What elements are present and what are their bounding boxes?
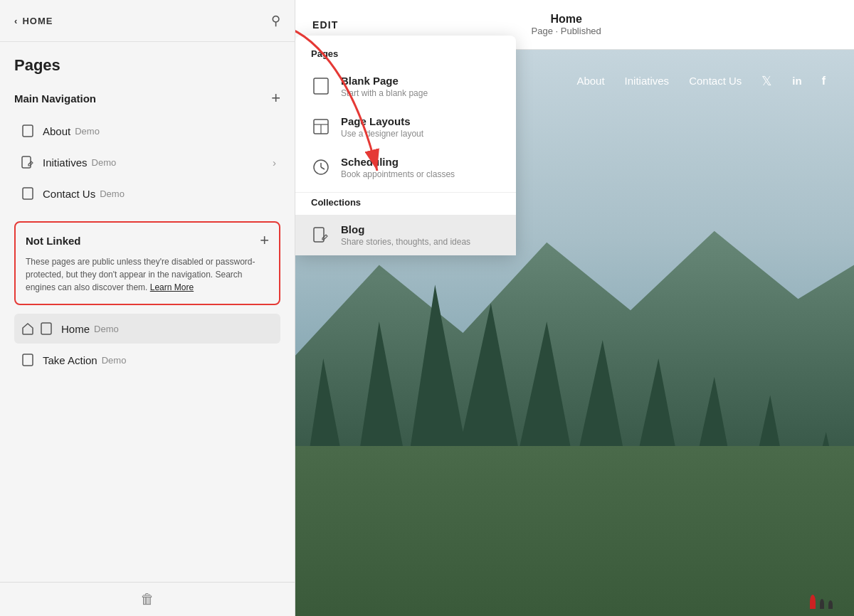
svg-rect-0	[23, 125, 33, 137]
sidebar-top-bar: ‹ HOME ⚲	[0, 0, 295, 42]
page-icon-home	[38, 321, 54, 336]
not-linked-section: Not Linked + These pages are public unle…	[14, 221, 280, 305]
overlay-collections-title: Collections	[295, 197, 516, 215]
nav-item-home[interactable]: Home Demo	[14, 314, 280, 344]
overlay-item-blank-page[interactable]: Blank Page Start with a blank page	[295, 66, 516, 107]
svg-rect-3	[41, 323, 51, 334]
nav-item-take-action-label: Take Action	[43, 354, 97, 366]
linkedin-icon: in	[792, 75, 801, 87]
svg-rect-2	[23, 188, 33, 199]
search-icon[interactable]: ⚲	[271, 13, 280, 28]
overlay-pages-title: Pages	[295, 48, 516, 66]
page-status: Page · Published	[532, 26, 601, 36]
blank-page-title: Blank Page	[341, 75, 500, 87]
main-nav-header: Main Navigation +	[14, 90, 280, 106]
blog-icon	[311, 225, 331, 245]
blog-content: Blog Share stories, thoughts, and ideas	[341, 223, 500, 247]
page-layouts-title: Page Layouts	[341, 115, 500, 127]
nav-item-home-badge: Demo	[94, 324, 119, 334]
nav-item-contact-us[interactable]: Contact Us Demo	[14, 179, 280, 208]
overlay-item-blog[interactable]: Blog Share stories, thoughts, and ideas	[295, 215, 516, 255]
page-icon-contact	[20, 186, 36, 201]
sidebar-footer: 🗑	[0, 582, 295, 616]
nav-item-initiatives-badge: Demo	[92, 157, 117, 168]
page-info: Home Page · Published	[532, 13, 601, 36]
svg-rect-4	[23, 354, 33, 366]
sidebar: ‹ HOME ⚲ Pages Main Navigation + About D	[0, 0, 295, 616]
not-linked-add-button[interactable]: +	[260, 233, 269, 248]
nav-item-about-badge: Demo	[75, 126, 100, 137]
website-nav-contact: Contact Us	[689, 75, 742, 87]
scheduling-desc: Book appointments or classes	[341, 169, 500, 179]
overlay-item-scheduling[interactable]: Scheduling Book appointments or classes	[295, 147, 516, 188]
nav-item-about-label: About	[43, 125, 70, 137]
pages-section-title: Pages	[14, 56, 280, 75]
website-nav-links: About Initiatives Contact Us 𝕏 in f	[576, 73, 826, 89]
nav-item-initiatives[interactable]: Initiatives Demo ›	[14, 147, 280, 177]
nav-item-initiatives-label: Initiatives	[43, 156, 88, 169]
overlay-panel: Pages Blank Page Start with a blank page	[295, 36, 516, 255]
not-linked-title: Not Linked	[26, 235, 81, 247]
svg-rect-5	[314, 78, 328, 94]
not-linked-description: These pages are public unless they're di…	[26, 255, 269, 294]
page-layouts-content: Page Layouts Use a designer layout	[341, 115, 500, 139]
nav-item-take-action[interactable]: Take Action Demo	[14, 345, 280, 375]
nav-item-home-label: Home	[61, 323, 90, 335]
sidebar-content: Pages Main Navigation + About Demo	[0, 42, 295, 582]
overlay-divider	[295, 192, 516, 193]
edit-label: EDIT	[312, 19, 338, 31]
blank-page-desc: Start with a blank page	[341, 88, 500, 98]
edit-page-icon	[20, 154, 36, 170]
home-link[interactable]: ‹ HOME	[14, 16, 53, 26]
blank-page-content: Blank Page Start with a blank page	[341, 75, 500, 98]
scheduling-icon	[311, 157, 331, 177]
nav-item-contact-label: Contact Us	[43, 188, 95, 200]
page-title: Home	[532, 13, 601, 26]
page-icon	[20, 123, 36, 139]
nav-item-about[interactable]: About Demo	[14, 116, 280, 146]
not-linked-header: Not Linked +	[26, 233, 269, 248]
home-link-label: HOME	[22, 16, 53, 26]
twitter-icon: 𝕏	[761, 73, 772, 89]
facebook-icon: f	[822, 75, 826, 87]
website-nav-initiatives: Initiatives	[625, 75, 670, 87]
overlay-item-page-layouts[interactable]: Page Layouts Use a designer layout	[295, 107, 516, 147]
scheduling-content: Scheduling Book appointments or classes	[341, 156, 500, 179]
app-container: ‹ HOME ⚲ Pages Main Navigation + About D	[0, 0, 854, 616]
main-area: EDIT Home Page · Published	[295, 0, 854, 616]
home-icon	[20, 321, 36, 336]
blog-desc: Share stories, thoughts, and ideas	[341, 237, 500, 247]
trash-icon[interactable]: 🗑	[140, 591, 154, 607]
chevron-right-icon: ›	[273, 156, 276, 169]
blank-page-icon	[311, 76, 331, 96]
svg-line-11	[321, 167, 325, 169]
blog-title: Blog	[341, 223, 500, 235]
main-nav-title: Main Navigation	[14, 92, 96, 105]
nav-item-take-action-badge: Demo	[102, 355, 127, 366]
page-icon-take-action	[20, 352, 36, 368]
chevron-left-icon: ‹	[14, 16, 18, 26]
learn-more-link[interactable]: Learn More	[150, 282, 194, 292]
svg-rect-1	[22, 156, 31, 168]
main-nav-add-button[interactable]: +	[271, 90, 280, 106]
page-layouts-desc: Use a designer layout	[341, 129, 500, 139]
nav-item-contact-badge: Demo	[100, 188, 125, 199]
website-nav-about: About	[576, 75, 604, 87]
page-layouts-icon	[311, 117, 331, 137]
scheduling-title: Scheduling	[341, 156, 500, 168]
